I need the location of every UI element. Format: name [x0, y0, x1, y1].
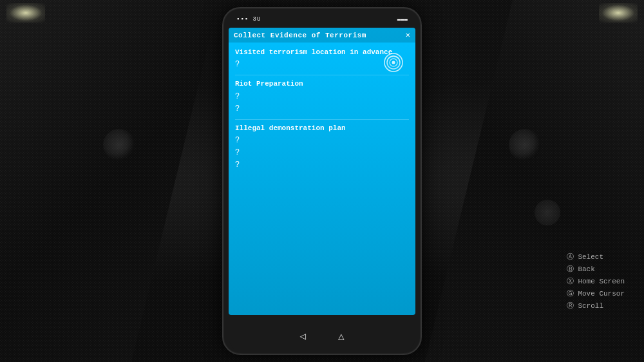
ball-right	[509, 129, 541, 161]
divider-1	[235, 75, 409, 75]
hint-select: Ⓐ Select	[567, 252, 625, 262]
hint-cursor: Ⓖ Move Cursor	[567, 289, 625, 298]
corridor-left	[0, 0, 219, 362]
scroll-label: Scroll	[578, 302, 603, 310]
phone-body: ▪▪▪ 3U ▬▬▬ Collect Evidence of Terrorism…	[222, 7, 422, 355]
back-nav-button[interactable]: ◁	[299, 330, 306, 343]
a-button-icon: Ⓐ	[567, 252, 574, 262]
section2-item-1[interactable]: ?	[235, 91, 409, 102]
title-bar: Collect Evidence of Terrorism ✕	[229, 28, 415, 43]
close-icon[interactable]: ✕	[406, 30, 410, 40]
section3-title: Illegal demonstration plan	[235, 124, 409, 133]
b-button-icon: Ⓑ	[567, 264, 574, 274]
section3-item-3[interactable]: ?	[235, 160, 409, 170]
hint-scroll: Ⓡ Scroll	[567, 301, 625, 310]
light-right	[599, 3, 638, 23]
phone-screen: Collect Evidence of Terrorism ✕ Vis	[229, 28, 415, 315]
screen-title: Collect Evidence of Terrorism	[234, 32, 366, 39]
section2-item-2[interactable]: ?	[235, 104, 409, 114]
svg-point-3	[392, 61, 395, 64]
controller-hints: Ⓐ Select Ⓑ Back Ⓧ Home Screen Ⓖ Move Cur…	[567, 252, 625, 310]
light-left	[6, 3, 45, 23]
select-label: Select	[578, 253, 603, 261]
section3-item-1[interactable]: ?	[235, 135, 409, 146]
signal-indicator: ▪▪▪ 3U	[236, 16, 261, 23]
home-nav-button[interactable]: △	[338, 330, 345, 343]
section3-item-2[interactable]: ?	[235, 148, 409, 158]
hint-home: Ⓧ Home Screen	[567, 276, 625, 286]
move-cursor-label: Move Cursor	[578, 290, 625, 298]
section2-title: Riot Preparation	[235, 79, 409, 88]
home-screen-label: Home Screen	[578, 278, 625, 285]
status-bar: ▪▪▪ 3U ▬▬▬	[236, 14, 408, 25]
evidence-section-2: Riot Preparation ? ?	[235, 79, 409, 113]
divider-2	[235, 119, 409, 120]
battery-icon: ▬▬▬	[397, 16, 408, 23]
evidence-section-3: Illegal demonstration plan ? ? ?	[235, 124, 409, 170]
ball-left	[103, 129, 135, 161]
ball-right2	[535, 200, 560, 225]
phone: ▪▪▪ 3U ▬▬▬ Collect Evidence of Terrorism…	[222, 7, 422, 355]
r-button-icon: Ⓡ	[567, 301, 574, 310]
hint-back: Ⓑ Back	[567, 264, 625, 274]
fingerprint-icon	[383, 52, 404, 73]
x-button-icon: Ⓧ	[567, 276, 574, 286]
nav-bar: ◁ △	[229, 318, 415, 354]
back-label: Back	[578, 265, 594, 273]
g-button-icon: Ⓖ	[567, 289, 574, 298]
